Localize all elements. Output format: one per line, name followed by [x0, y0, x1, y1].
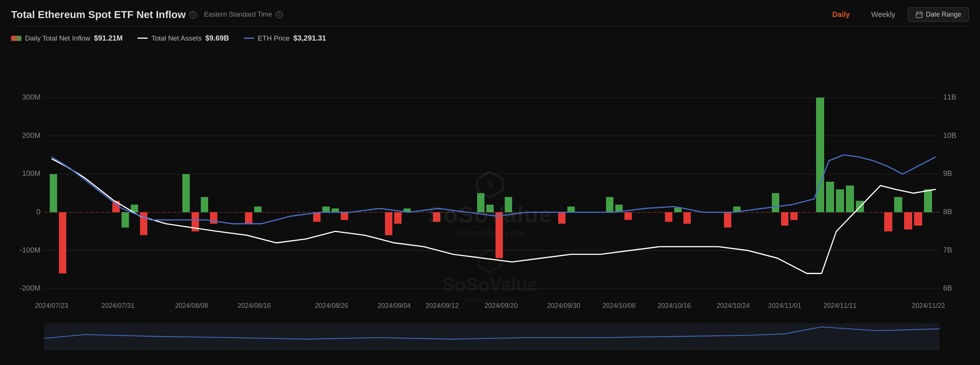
- svg-rect-59: [683, 212, 691, 224]
- svg-text:6B: 6B: [943, 284, 952, 292]
- net-inflow-value: $91.21M: [94, 34, 123, 42]
- net-assets-label: Total Net Assets: [151, 34, 202, 42]
- svg-rect-57: [665, 212, 672, 222]
- svg-rect-41: [322, 206, 330, 212]
- net-inflow-color-bar: [11, 36, 21, 41]
- svg-rect-71: [894, 197, 902, 212]
- page-title: Total Ethereum Spot ETF Net Inflow: [11, 9, 186, 21]
- svg-rect-40: [313, 212, 321, 222]
- svg-rect-31: [122, 212, 129, 228]
- svg-text:100M: 100M: [22, 169, 41, 177]
- svg-rect-47: [433, 212, 440, 222]
- svg-text:7B: 7B: [943, 245, 952, 253]
- svg-text:300M: 300M: [22, 93, 41, 101]
- svg-rect-38: [245, 212, 252, 224]
- svg-rect-45: [394, 212, 402, 224]
- svg-rect-44: [385, 212, 392, 235]
- title-section: Total Ethereum Spot ETF Net Inflow ⓘ Eas…: [11, 9, 283, 21]
- svg-rect-43: [341, 212, 348, 220]
- svg-rect-63: [781, 212, 788, 226]
- svg-text:200M: 200M: [22, 131, 41, 139]
- svg-text:8B: 8B: [943, 207, 952, 216]
- svg-text:2024/11/01: 2024/11/01: [768, 301, 801, 309]
- svg-rect-65: [816, 98, 824, 212]
- svg-text:10B: 10B: [943, 131, 956, 139]
- date-range-button[interactable]: Date Range: [908, 7, 969, 22]
- svg-rect-54: [606, 197, 613, 212]
- svg-rect-50: [496, 212, 503, 258]
- svg-rect-62: [772, 193, 779, 212]
- svg-rect-49: [486, 205, 494, 212]
- main-container: Total Ethereum Spot ETF Net Inflow ⓘ Eas…: [0, 0, 980, 365]
- svg-rect-91: [44, 323, 939, 350]
- svg-text:11B: 11B: [943, 93, 956, 101]
- svg-rect-72: [904, 212, 912, 230]
- eth-price-value: $3,291.31: [293, 34, 326, 42]
- legend-net-inflow: Daily Total Net Inflow $91.21M: [11, 34, 123, 42]
- svg-text:2024/08/08: 2024/08/08: [175, 301, 208, 309]
- svg-rect-28: [50, 174, 57, 212]
- header-row: Total Ethereum Spot ETF Net Inflow ⓘ Eas…: [11, 7, 969, 27]
- controls-section: Daily Weekly Date Range: [823, 7, 969, 22]
- weekly-tab-button[interactable]: Weekly: [862, 7, 904, 22]
- svg-rect-66: [826, 182, 834, 212]
- svg-text:-200M: -200M: [19, 284, 41, 292]
- svg-text:2024/07/31: 2024/07/31: [101, 301, 134, 309]
- net-assets-line: [137, 38, 148, 39]
- svg-text:2024/07/23: 2024/07/23: [35, 301, 68, 309]
- timezone-label: Eastern Standard Time: [204, 11, 272, 18]
- svg-rect-58: [674, 207, 682, 212]
- legend-net-assets: Total Net Assets $9.69B: [137, 34, 229, 42]
- svg-text:9B: 9B: [943, 169, 952, 177]
- chart-svg: 300M 200M 100M 0 -100M -200M 11B 10B 9B …: [11, 48, 969, 361]
- svg-rect-60: [724, 212, 731, 228]
- eth-price-label: ETH Price: [258, 34, 290, 42]
- svg-text:2024/11/22: 2024/11/22: [912, 301, 945, 309]
- net-inflow-label: Daily Total Net Inflow: [25, 34, 90, 42]
- svg-rect-37: [210, 212, 217, 224]
- timezone-info-icon[interactable]: ⓘ: [275, 11, 283, 18]
- date-range-label: Date Range: [926, 11, 961, 18]
- svg-text:2024/10/24: 2024/10/24: [717, 301, 750, 309]
- svg-text:2024/11/11: 2024/11/11: [823, 301, 857, 309]
- svg-rect-67: [836, 190, 844, 212]
- svg-text:2024/10/08: 2024/10/08: [602, 301, 636, 309]
- svg-rect-48: [477, 193, 484, 212]
- svg-text:2024/09/04: 2024/09/04: [378, 301, 411, 309]
- eth-price-line: [244, 38, 254, 39]
- svg-text:0: 0: [37, 207, 41, 216]
- svg-rect-70: [884, 212, 892, 231]
- svg-rect-73: [914, 212, 922, 226]
- svg-rect-34: [182, 174, 190, 212]
- svg-rect-56: [624, 212, 632, 220]
- title-info-icon[interactable]: ⓘ: [189, 11, 197, 18]
- svg-rect-52: [558, 212, 566, 224]
- svg-text:2024/09/20: 2024/09/20: [484, 301, 518, 309]
- svg-rect-29: [59, 212, 66, 274]
- svg-text:2024/09/30: 2024/09/30: [547, 301, 580, 309]
- svg-rect-68: [846, 185, 854, 212]
- svg-text:2024/09/12: 2024/09/12: [426, 301, 459, 309]
- svg-rect-64: [790, 212, 798, 220]
- svg-text:2024/08/26: 2024/08/26: [315, 301, 348, 309]
- chart-area: S SoSoValue sosovalue.com S SoSoValue so…: [11, 48, 969, 361]
- svg-rect-53: [567, 206, 575, 212]
- svg-text:2024/08/16: 2024/08/16: [238, 301, 271, 309]
- legend-row: Daily Total Net Inflow $91.21M Total Net…: [11, 30, 969, 46]
- svg-rect-51: [505, 197, 512, 212]
- legend-eth-price: ETH Price $3,291.31: [244, 34, 326, 42]
- svg-rect-39: [254, 206, 262, 212]
- net-assets-value: $9.69B: [205, 34, 229, 42]
- svg-text:-100M: -100M: [19, 245, 41, 253]
- svg-rect-74: [924, 190, 932, 212]
- calendar-icon: [916, 11, 923, 18]
- svg-rect-0: [916, 12, 922, 18]
- daily-tab-button[interactable]: Daily: [823, 7, 859, 22]
- svg-rect-36: [201, 197, 208, 212]
- svg-text:2024/10/16: 2024/10/16: [658, 301, 691, 309]
